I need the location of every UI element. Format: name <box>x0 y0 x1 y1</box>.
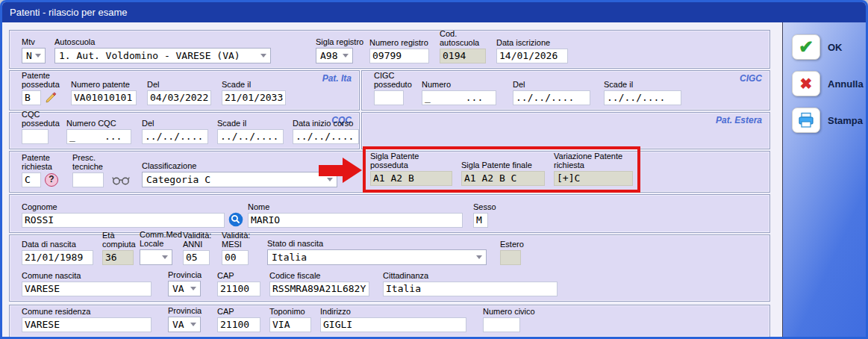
patenti-window: Patenti - rilascio per esame Mtv N Autos… <box>0 0 868 339</box>
section-richiesta: Patente richiesta C ? Presc. tecniche <box>9 151 770 193</box>
numero-registro-field[interactable]: 09799 <box>369 49 429 63</box>
estero-label: Estero <box>500 240 530 249</box>
validita-mesi-field[interactable]: 00 <box>222 250 249 265</box>
cigc-del-field[interactable]: ../../.... <box>513 90 590 105</box>
numero-registro-label: Numero registro <box>369 38 437 47</box>
comm-med-select[interactable] <box>140 249 172 265</box>
mtv-select[interactable]: N <box>22 48 46 63</box>
numero-patente-field[interactable]: VA01010101 <box>71 90 137 105</box>
cittadinanza-field[interactable]: Italia <box>383 282 558 296</box>
codice-fiscale-label: Codice fiscale <box>269 271 369 280</box>
cqc-posseduta-field[interactable] <box>22 129 49 144</box>
validita-anni-field[interactable]: 05 <box>183 250 210 265</box>
chevron-down-icon <box>190 287 196 290</box>
data-nascita-label: Data di nascita <box>22 240 93 249</box>
provincia-nascita-value: VA <box>172 283 184 294</box>
patente-scade-field[interactable]: 21/01/2033 <box>222 90 286 105</box>
annulla-button[interactable]: ✖ Annulla <box>792 71 866 96</box>
numero-civico-label: Numero civico <box>483 307 537 316</box>
cqc-del-label: Del <box>142 119 208 128</box>
provincia-residenza-select[interactable]: VA <box>168 317 201 332</box>
classificazione-select[interactable]: Categoria C <box>142 172 337 187</box>
comune-residenza-label: Comune residenza <box>22 307 152 316</box>
cqc-inizio-field[interactable]: ../../.... <box>293 129 359 144</box>
validita-anni-label: Validità: ANNI <box>183 231 216 249</box>
indirizzo-label: Indirizzo <box>320 307 466 316</box>
cqc-del-field[interactable]: ../../.... <box>142 129 208 144</box>
sesso-field[interactable]: M <box>473 213 488 228</box>
cigc-scade-field[interactable]: ../../.... <box>604 90 681 105</box>
mtv-value: N <box>26 50 32 61</box>
estero-field <box>500 250 521 265</box>
codice-fiscale-field[interactable]: RSSMRA89A21L682Y <box>269 282 369 296</box>
ok-button[interactable]: ✔ OK <box>792 34 866 60</box>
cod-autoscuola-field: 0194 <box>440 49 486 63</box>
data-iscrizione-field[interactable]: 14/01/2026 <box>496 49 568 63</box>
presc-tecniche-field[interactable] <box>72 172 104 187</box>
cap-nascita-field[interactable]: 21100 <box>217 282 260 296</box>
cqc-posseduta-label: CQC posseduta <box>22 110 68 128</box>
patente-richiesta-label: Patente richiesta <box>22 153 65 171</box>
form-area: Mtv N Autoscuola 1. Aut. Voldomino - VAR… <box>2 22 780 337</box>
cap-residenza-field[interactable]: 21100 <box>217 317 260 332</box>
autoscuola-select[interactable]: 1. Aut. Voldomino - VARESE (VA) <box>54 48 271 63</box>
stato-nascita-value: Italia <box>272 252 307 263</box>
ok-button-label: OK <box>828 42 843 53</box>
autoscuola-value: 1. Aut. Voldomino - VARESE (VA) <box>59 50 240 61</box>
stampa-button[interactable]: Stampa <box>792 108 866 133</box>
classificazione-label: Classificazione <box>142 161 337 170</box>
data-nascita-field[interactable]: 21/01/1989 <box>22 250 93 265</box>
check-icon: ✔ <box>799 38 814 56</box>
autoscuola-label: Autoscuola <box>54 37 271 46</box>
cigc-numero-field[interactable]: _ ... <box>422 90 496 105</box>
glasses-icon[interactable] <box>112 175 130 185</box>
patente-posseduta-label: Patente posseduta <box>22 71 66 89</box>
mtv-label: Mtv <box>22 37 46 46</box>
cigc-del-label: Del <box>513 80 590 89</box>
eta-compiuta-label: Età compiuta <box>102 231 138 249</box>
stato-nascita-select[interactable]: Italia <box>267 249 487 265</box>
cigc-posseduto-field[interactable] <box>374 90 404 105</box>
chevron-down-icon <box>343 54 349 57</box>
cognome-field[interactable]: ROSSI <box>22 213 225 228</box>
eta-compiuta-field: 36 <box>102 250 134 265</box>
comune-nascita-label: Comune nascita <box>22 271 152 280</box>
classificazione-value: Categoria C <box>146 174 210 185</box>
pencil-icon[interactable] <box>45 92 57 104</box>
patente-del-field[interactable]: 04/03/2022 <box>147 90 211 105</box>
section-anagrafica: Cognome ROSSI Nome MARIO Sesso M <box>9 194 770 233</box>
toponimo-field[interactable]: VIA <box>269 317 311 332</box>
sigla-registro-label: Sigla registro <box>316 37 372 46</box>
provincia-residenza-label: Provincia <box>168 306 201 315</box>
annulla-button-label: Annulla <box>828 78 864 90</box>
presc-tecniche-label: Presc. tecniche <box>72 153 111 171</box>
section-patente-ita: Pat. Ita Patente posseduta B Numero pate… <box>9 70 360 111</box>
stato-nascita-label: Stato di nascita <box>267 239 487 248</box>
patente-richiesta-field[interactable]: C <box>22 172 41 187</box>
chevron-down-icon <box>162 255 168 259</box>
section-nascita: Data di nascita 21/01/1989 Età compiuta … <box>9 234 770 302</box>
nome-field[interactable]: MARIO <box>248 213 463 228</box>
question-icon[interactable]: ? <box>45 173 58 187</box>
cittadinanza-label: Cittadinanza <box>383 271 558 280</box>
cqc-scade-label: Scade il <box>217 119 284 128</box>
section-pat-estera: Pat. Estera <box>361 112 770 149</box>
indirizzo-field[interactable]: GIGLI <box>320 317 466 332</box>
section-registro: Mtv N Autoscuola 1. Aut. Voldomino - VAR… <box>9 30 770 69</box>
provincia-nascita-select[interactable]: VA <box>168 281 201 296</box>
comune-nascita-field[interactable]: VARESE <box>22 282 152 296</box>
search-icon[interactable] <box>228 212 243 227</box>
window-title: Patenti - rilascio per esame <box>10 7 128 18</box>
numero-civico-field[interactable] <box>483 317 520 332</box>
nome-label: Nome <box>248 202 463 211</box>
cqc-scade-field[interactable]: ../../.... <box>217 129 284 144</box>
chevron-down-icon <box>190 323 196 326</box>
numero-patente-label: Numero patente <box>71 80 140 89</box>
sigla-registro-value: A98 <box>320 50 337 61</box>
sigla-registro-select[interactable]: A98 <box>316 48 353 63</box>
pat-estera-tag: Pat. Estera <box>716 115 762 125</box>
cqc-numero-field[interactable]: _ ... <box>66 129 131 144</box>
validita-mesi-label: Validità: MESI <box>222 231 255 249</box>
comune-residenza-field[interactable]: VARESE <box>22 317 152 332</box>
patente-posseduta-field[interactable]: B <box>22 90 41 105</box>
